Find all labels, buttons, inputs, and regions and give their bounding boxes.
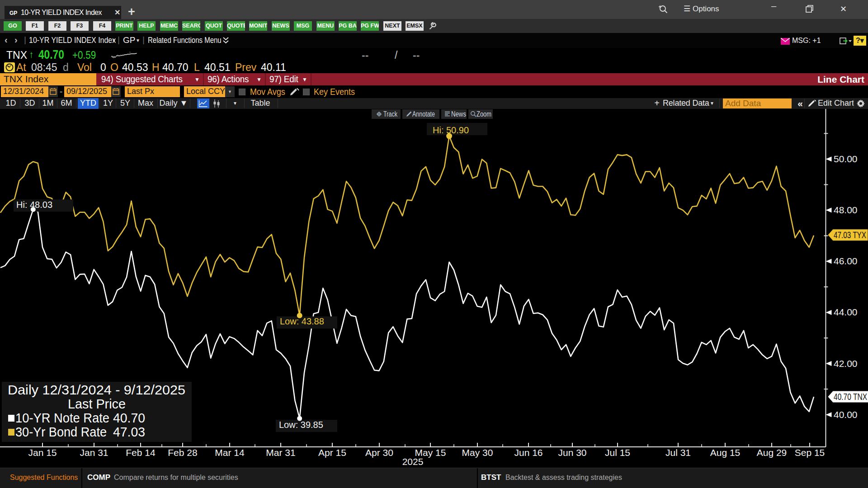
svg-text:News: News	[451, 110, 466, 118]
svg-text:46.00: 46.00	[834, 256, 858, 266]
svg-text:Feb 14: Feb 14	[126, 447, 156, 458]
svg-text:Annotate: Annotate	[412, 110, 435, 118]
svg-text:Zoom: Zoom	[476, 110, 491, 118]
svg-text:Jul 31: Jul 31	[665, 447, 691, 458]
svg-text:2025: 2025	[402, 456, 424, 467]
svg-text:40.70: 40.70	[113, 411, 145, 425]
svg-text:Sep 15: Sep 15	[795, 447, 825, 458]
svg-text:Low: 43.88: Low: 43.88	[280, 316, 324, 326]
svg-text:Jun 16: Jun 16	[514, 447, 542, 458]
svg-text:50.00: 50.00	[834, 154, 858, 164]
svg-text:Jan 31: Jan 31	[80, 447, 108, 458]
svg-text:Aug 15: Aug 15	[710, 447, 741, 458]
svg-text:47.03 TYX: 47.03 TYX	[834, 230, 866, 240]
svg-text:Apr 30: Apr 30	[365, 447, 393, 458]
svg-text:Jul 15: Jul 15	[605, 447, 630, 458]
svg-text:47.03: 47.03	[113, 425, 145, 439]
svg-text:Mar 31: Mar 31	[266, 447, 295, 458]
svg-text:Track: Track	[383, 110, 398, 118]
svg-text:Low: 39.85: Low: 39.85	[279, 420, 323, 430]
svg-text:Last Price: Last Price	[68, 397, 126, 411]
svg-text:30-Yr Bond Rate: 30-Yr Bond Rate	[15, 425, 107, 439]
svg-text:40.00: 40.00	[834, 409, 858, 420]
svg-text:May 30: May 30	[462, 447, 493, 458]
svg-text:Mar 14: Mar 14	[215, 447, 245, 458]
svg-text:Apr 15: Apr 15	[318, 447, 346, 458]
svg-text:Jun 30: Jun 30	[558, 447, 586, 458]
svg-text:48.00: 48.00	[834, 205, 858, 215]
svg-text:Hi: 48.03: Hi: 48.03	[16, 200, 52, 210]
svg-text:Aug 29: Aug 29	[757, 447, 787, 458]
svg-text:Feb 28: Feb 28	[168, 447, 197, 458]
svg-text:10-YR Note Rate: 10-YR Note Rate	[15, 411, 109, 425]
svg-text:44.00: 44.00	[834, 307, 858, 317]
svg-text:Jan 15: Jan 15	[28, 447, 57, 458]
svg-text:Hi: 50.90: Hi: 50.90	[433, 125, 469, 135]
svg-text:40.70 TNX: 40.70 TNX	[834, 392, 867, 402]
svg-text:Daily 12/31/2024 - 9/12/2025: Daily 12/31/2024 - 9/12/2025	[8, 383, 185, 397]
svg-text:42.00: 42.00	[834, 358, 858, 369]
